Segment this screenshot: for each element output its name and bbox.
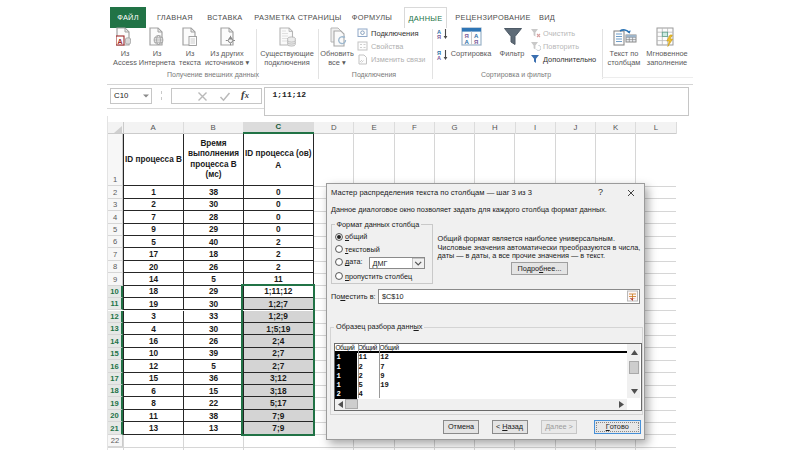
svg-text:A: A bbox=[117, 38, 122, 45]
svg-text:А: А bbox=[465, 39, 470, 45]
svg-text:Я: Я bbox=[437, 34, 441, 40]
svg-text:Я: Я bbox=[465, 33, 469, 39]
svg-text:Я: Я bbox=[474, 39, 478, 45]
svg-text:А: А bbox=[474, 33, 479, 39]
